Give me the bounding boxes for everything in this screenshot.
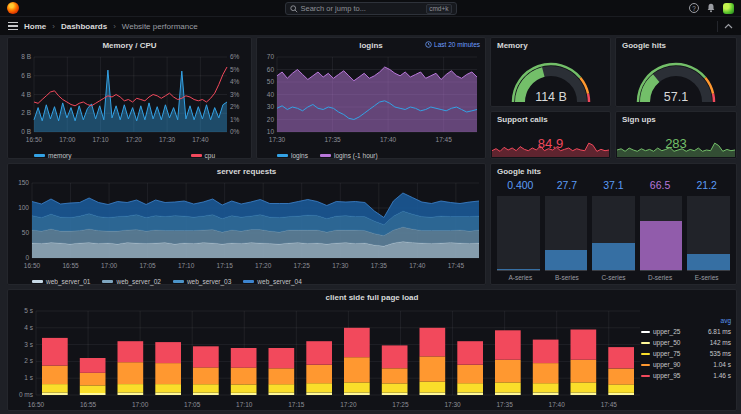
bar-column[interactable]	[545, 196, 588, 271]
page-load-chart[interactable]: 16:5016:5517:0017:0517:1017:1517:2017:25…	[8, 305, 736, 410]
svg-text:17:20: 17:20	[340, 401, 357, 408]
help-icon[interactable]: ?	[689, 3, 699, 13]
legend-color-dash	[32, 280, 43, 283]
panel-title[interactable]: Google hits	[491, 164, 736, 179]
svg-text:16:55: 16:55	[62, 262, 79, 269]
memory-cpu-chart[interactable]: 16:5017:0017:1017:2017:3017:400 B2 B4 B6…	[8, 53, 251, 145]
bar-column[interactable]	[592, 196, 635, 271]
search-icon	[290, 5, 298, 13]
logins-chart[interactable]: 17:3017:3517:4017:4510203040506070	[257, 53, 485, 145]
shortcut-badge: cmd+k	[426, 4, 451, 14]
memory-cpu-legend: memorycpu	[8, 149, 251, 162]
svg-text:17:30: 17:30	[269, 136, 286, 143]
legend-color-dash	[641, 364, 650, 366]
panel-title[interactable]: Sign ups	[616, 112, 736, 127]
legend-color-dash	[641, 342, 650, 344]
legend-item[interactable]: upper_50142 ms	[641, 337, 731, 348]
bar-value-label: 21.2	[683, 179, 730, 196]
svg-text:17:00: 17:00	[101, 262, 118, 269]
legend-label: memory	[48, 152, 71, 159]
svg-text:5 s: 5 s	[24, 307, 33, 314]
svg-text:17:45: 17:45	[601, 401, 618, 408]
legend-item[interactable]: upper_901.04 s	[641, 359, 731, 370]
search-input[interactable]: Search or jump to... cmd+k	[285, 2, 457, 15]
bar-column[interactable]	[687, 196, 730, 271]
legend-avg-value: 1.46 s	[713, 372, 731, 379]
time-range-link[interactable]: Last 20 minutes	[425, 41, 480, 48]
bar-column[interactable]	[640, 196, 683, 271]
user-avatar[interactable]	[723, 3, 734, 14]
legend-color-dash	[277, 154, 288, 157]
page-load-legend: avgupper_256.81 msupper_50142 msupper_75…	[641, 317, 731, 381]
svg-text:17:05: 17:05	[184, 401, 201, 408]
svg-text:2 s: 2 s	[24, 357, 33, 364]
panel-google-hits-bars: Google hits 0.40027.737.166.521.2A-serie…	[490, 163, 737, 285]
svg-text:3%: 3%	[230, 91, 240, 98]
google-hits-gauge: 57.1	[628, 55, 724, 106]
search-placeholder: Search or jump to...	[301, 4, 424, 13]
divider	[717, 21, 718, 32]
legend-item[interactable]: upper_256.81 ms	[641, 326, 731, 337]
bar-value-label: 66.5	[637, 179, 684, 196]
logins-legend: loginslogins (-1 hour)	[257, 149, 485, 162]
svg-text:6%: 6%	[230, 53, 240, 60]
svg-text:100: 100	[18, 204, 29, 211]
svg-text:4 B: 4 B	[21, 91, 31, 98]
bar-category-label: E-series	[683, 271, 730, 284]
svg-text:8 B: 8 B	[21, 53, 31, 60]
panel-title[interactable]: Memory	[491, 38, 610, 53]
bar-fill	[497, 269, 540, 270]
legend-item[interactable]: web_server_04	[243, 278, 301, 285]
svg-text:17:10: 17:10	[178, 262, 195, 269]
panel-page-load: client side full page load 16:5016:5517:…	[7, 289, 737, 411]
legend-item[interactable]: upper_75535 ms	[641, 348, 731, 359]
legend-item[interactable]: logins (-1 hour)	[320, 152, 378, 159]
chevron-up-icon[interactable]	[724, 23, 733, 29]
legend-avg-value: 142 ms	[710, 339, 731, 346]
panel-memory-cpu: Memory / CPU 16:5017:0017:1017:2017:3017…	[7, 37, 252, 159]
legend-item[interactable]: upper_951.46 s	[641, 370, 731, 381]
svg-text:2 B: 2 B	[21, 109, 31, 116]
svg-text:0 B: 0 B	[21, 128, 31, 135]
panel-title[interactable]: Memory / CPU	[8, 38, 251, 53]
menu-icon[interactable]	[8, 22, 18, 31]
bar-fill	[545, 250, 588, 270]
legend-item[interactable]: cpu	[191, 152, 215, 159]
panel-sign-ups: Sign ups 283	[615, 111, 737, 159]
panel-title[interactable]: Google hits	[616, 38, 736, 53]
grafana-logo-icon[interactable]	[7, 2, 19, 14]
legend-item[interactable]: memory	[34, 152, 71, 159]
panel-title[interactable]: server requests	[8, 164, 485, 179]
breadcrumb-home[interactable]: Home	[24, 22, 46, 31]
legend-label: upper_90	[653, 361, 710, 368]
panel-title[interactable]: Support calls	[491, 112, 610, 127]
legend-avg-value: 6.81 ms	[708, 328, 731, 335]
svg-text:6 B: 6 B	[21, 72, 31, 79]
legend-label: logins (-1 hour)	[334, 152, 378, 159]
breadcrumb-dashboards[interactable]: Dashboards	[61, 22, 107, 31]
svg-text:17:20: 17:20	[126, 136, 143, 143]
svg-text:17:00: 17:00	[59, 136, 76, 143]
legend-item[interactable]: web_server_01	[32, 278, 90, 285]
legend-label: upper_75	[653, 350, 707, 357]
bar-column[interactable]	[497, 196, 540, 271]
svg-text:0%: 0%	[230, 128, 240, 135]
svg-text:17:30: 17:30	[444, 401, 461, 408]
legend-label: web_server_04	[257, 278, 301, 285]
legend-avg-header[interactable]: avg	[641, 317, 731, 324]
svg-text:10: 10	[267, 128, 275, 135]
svg-text:17:10: 17:10	[236, 401, 253, 408]
memory-gauge: 114 B	[503, 55, 599, 106]
svg-text:17:45: 17:45	[436, 136, 453, 143]
legend-item[interactable]: logins	[277, 152, 308, 159]
legend-color-dash	[102, 280, 113, 283]
server-requests-chart[interactable]: 16:5016:5517:0017:0517:1017:1517:2017:25…	[8, 179, 485, 271]
bell-icon[interactable]	[706, 3, 716, 13]
bar-category-label: A-series	[497, 271, 544, 284]
legend-item[interactable]: web_server_03	[173, 278, 231, 285]
svg-text:1 s: 1 s	[24, 374, 33, 381]
bar-category-label: C-series	[590, 271, 637, 284]
legend-label: logins	[291, 152, 308, 159]
panel-title[interactable]: client side full page load	[8, 290, 736, 305]
legend-item[interactable]: web_server_02	[102, 278, 160, 285]
